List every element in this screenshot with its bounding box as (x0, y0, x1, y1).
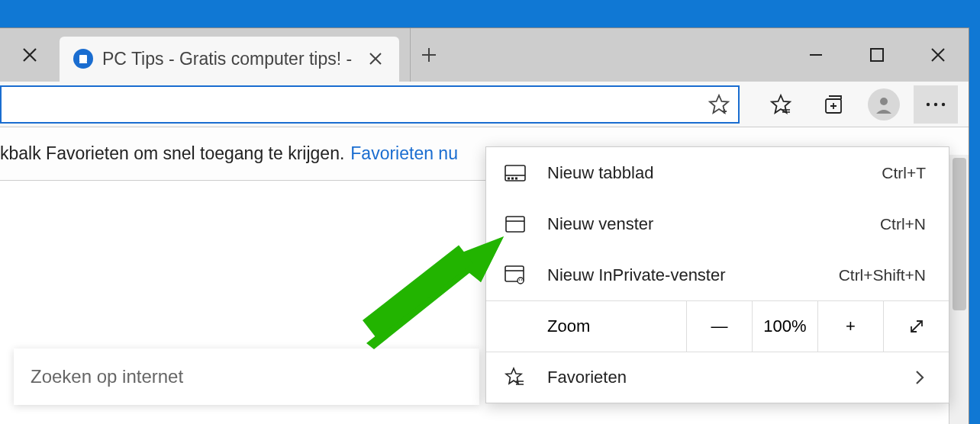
chevron-right-icon (914, 368, 926, 387)
svg-point-14 (517, 278, 524, 284)
new-tab-icon (501, 165, 529, 181)
inprivate-icon (501, 265, 529, 285)
svg-point-5 (927, 102, 930, 105)
menu-item-shortcut: Ctrl+Shift+N (839, 266, 926, 284)
svg-point-4 (880, 98, 888, 105)
address-bar[interactable] (0, 85, 740, 124)
menu-favorites[interactable]: Favorieten (486, 352, 949, 403)
menu-item-label: Nieuw tabblad (547, 163, 863, 183)
menu-item-shortcut: Ctrl+T (882, 164, 926, 182)
settings-menu: Nieuw tabblad Ctrl+T Nieuw venster Ctrl+… (485, 146, 949, 403)
menu-new-window[interactable]: Nieuw venster Ctrl+N (486, 198, 949, 249)
add-favorite-icon[interactable] (708, 93, 730, 116)
previous-tab-close-button[interactable] (0, 28, 60, 82)
settings-more-button[interactable] (914, 85, 958, 124)
svg-rect-10 (511, 177, 514, 179)
tab-title: PC Tips - Gratis computer tips! - (102, 49, 352, 69)
zoom-value: 100% (752, 301, 817, 352)
menu-item-shortcut: Ctrl+N (880, 215, 926, 233)
zoom-in-button[interactable]: + (817, 301, 883, 352)
profile-button[interactable] (868, 88, 900, 120)
scrollbar[interactable] (949, 155, 969, 424)
svg-point-15 (519, 279, 521, 281)
maximize-button[interactable] (846, 28, 907, 82)
new-tab-button[interactable] (410, 28, 446, 82)
zoom-label: Zoom (486, 316, 686, 336)
favorites-button[interactable] (761, 85, 801, 124)
fullscreen-button[interactable] (883, 301, 949, 352)
collections-button[interactable] (814, 85, 854, 124)
menu-item-label: Nieuw venster (547, 214, 862, 234)
window-close-button[interactable] (907, 28, 969, 82)
menu-zoom-row: Zoom — 100% + (486, 300, 949, 352)
search-input[interactable]: Zoeken op internet (14, 349, 479, 405)
minimize-button[interactable] (785, 28, 846, 82)
scrollbar-thumb[interactable] (953, 158, 966, 310)
menu-item-label: Nieuw InPrivate-venster (547, 265, 820, 285)
svg-rect-2 (871, 49, 883, 61)
svg-rect-9 (508, 177, 510, 179)
svg-rect-0 (79, 55, 87, 62)
active-tab[interactable]: PC Tips - Gratis computer tips! - (60, 37, 399, 82)
tab-bar: PC Tips - Gratis computer tips! - (0, 28, 969, 82)
svg-rect-11 (515, 177, 517, 179)
svg-point-6 (934, 102, 937, 105)
toolbar (0, 82, 969, 127)
svg-point-7 (942, 102, 945, 105)
menu-new-tab[interactable]: Nieuw tabblad Ctrl+T (486, 147, 949, 198)
new-window-icon (501, 216, 529, 233)
favicon-icon (73, 49, 93, 69)
menu-inprivate[interactable]: Nieuw InPrivate-venster Ctrl+Shift+N (486, 249, 949, 300)
search-placeholder: Zoeken op internet (31, 366, 183, 387)
favorites-now-link[interactable]: Favorieten nu (350, 143, 458, 164)
zoom-out-button[interactable]: — (686, 301, 752, 352)
svg-rect-12 (506, 217, 524, 232)
menu-item-label: Favorieten (547, 368, 895, 387)
window-controls (785, 28, 969, 82)
star-list-icon (501, 367, 529, 388)
svg-point-16 (521, 279, 523, 281)
tab-close-button[interactable] (361, 44, 390, 73)
svg-rect-1 (79, 62, 87, 63)
favorites-bar-text: kbalk Favorieten om snel toegang te krij… (0, 143, 344, 164)
